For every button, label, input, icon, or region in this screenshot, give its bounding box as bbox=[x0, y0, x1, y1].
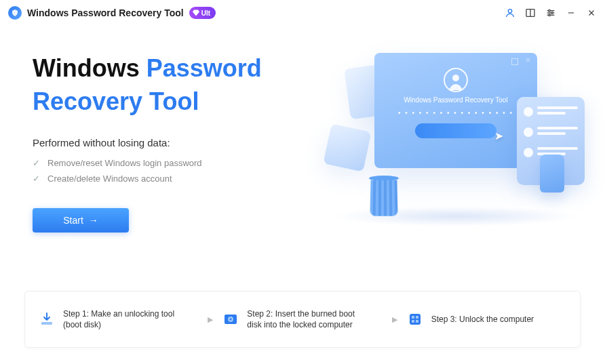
avatar-icon bbox=[444, 68, 468, 92]
main-panel: Windows Password Recovery Tool Performed… bbox=[0, 26, 605, 283]
chevron-right-icon: ▶ bbox=[392, 315, 397, 324]
heading-line2: Recovery Tool bbox=[33, 87, 199, 115]
check-icon: ✓ bbox=[33, 174, 42, 184]
step-label: Step 2: Insert the burned boot disk into… bbox=[247, 308, 359, 330]
monitor-label: Windows Password Recovery Tool bbox=[404, 96, 507, 104]
svg-rect-18 bbox=[416, 316, 418, 319]
arrow-right-icon: → bbox=[89, 215, 98, 226]
heading-part1: Windows bbox=[33, 54, 140, 82]
svg-rect-17 bbox=[412, 316, 414, 319]
svg-point-6 bbox=[549, 9, 551, 12]
svg-point-0 bbox=[508, 9, 511, 13]
minimize-button[interactable] bbox=[566, 7, 577, 18]
edition-badge-label: Ult bbox=[201, 9, 210, 17]
svg-rect-12 bbox=[41, 322, 52, 325]
check-icon: ✓ bbox=[33, 158, 42, 168]
feature-text: Remove/reset Windows login password bbox=[47, 158, 202, 168]
app-logo-icon bbox=[8, 6, 22, 20]
edition-badge: Ult bbox=[189, 7, 216, 19]
account-icon[interactable] bbox=[505, 7, 515, 18]
start-button-label: Start bbox=[63, 215, 83, 226]
close-button[interactable] bbox=[586, 7, 597, 18]
svg-rect-19 bbox=[412, 320, 414, 323]
svg-point-15 bbox=[230, 319, 232, 321]
disk-icon bbox=[221, 310, 240, 329]
password-field-shape: ➤ bbox=[415, 123, 496, 138]
title-bar: Windows Password Recovery Tool Ult bbox=[0, 0, 605, 26]
svg-rect-20 bbox=[416, 320, 418, 323]
feature-text: Create/delete Windows account bbox=[47, 174, 172, 184]
step-label: Step 3: Unlock the computer bbox=[431, 314, 534, 325]
svg-rect-16 bbox=[410, 314, 421, 325]
app-title: Windows Password Recovery Tool bbox=[27, 7, 184, 18]
hero-illustration: Windows Password Recovery Tool • • • • •… bbox=[307, 33, 605, 222]
diamond-icon bbox=[192, 9, 200, 17]
step-2: Step 2: Insert the burned boot disk into… bbox=[221, 308, 383, 330]
step-3: Step 3: Unlock the computer bbox=[406, 310, 568, 329]
trash-icon bbox=[368, 178, 400, 216]
heading-part2: Password bbox=[147, 54, 262, 82]
svg-point-8 bbox=[549, 14, 551, 16]
step-1: Step 1: Make an unlocking tool (boot dis… bbox=[37, 308, 199, 330]
cursor-icon: ➤ bbox=[494, 129, 503, 142]
cylinder-shape bbox=[540, 155, 564, 193]
svg-point-7 bbox=[551, 12, 553, 14]
cube-shape bbox=[323, 123, 371, 171]
settings-icon[interactable] bbox=[545, 7, 556, 18]
step-label: Step 1: Make an unlocking tool (boot dis… bbox=[63, 308, 175, 330]
monitor-shape: Windows Password Recovery Tool • • • • •… bbox=[374, 53, 537, 168]
start-button[interactable]: Start → bbox=[33, 208, 129, 232]
guide-icon[interactable] bbox=[525, 7, 536, 18]
password-dots: • • • • • • • • • • • • • • • • • bbox=[398, 109, 513, 117]
steps-bar: Step 1: Make an unlocking tool (boot dis… bbox=[24, 291, 581, 348]
unlock-icon bbox=[406, 310, 425, 329]
chevron-right-icon: ▶ bbox=[208, 315, 213, 324]
download-icon bbox=[37, 310, 56, 329]
